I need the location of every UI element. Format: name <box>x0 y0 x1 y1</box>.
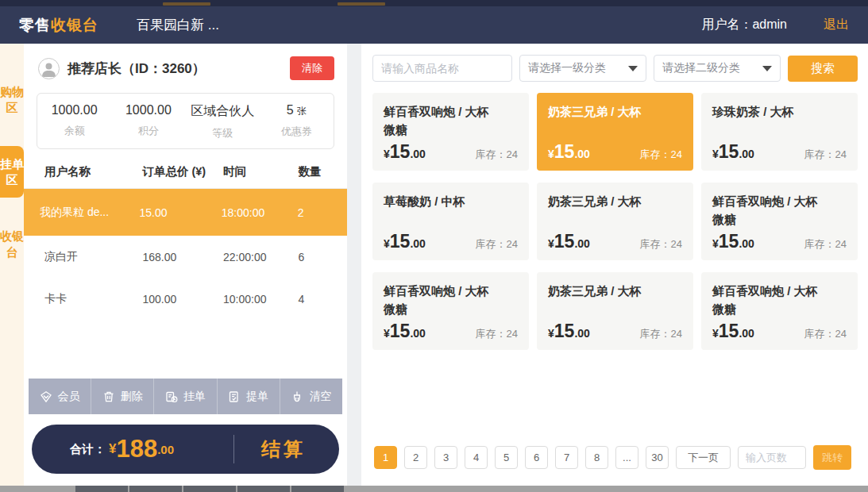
currency-symbol: ¥ <box>384 237 390 250</box>
username-label: 用户名：admin <box>701 17 787 33</box>
product-spec: 微糖 <box>384 121 518 138</box>
price: 15 <box>390 321 411 342</box>
page-button[interactable]: 30 <box>646 446 669 469</box>
table-row[interactable]: 卡卡 100.00 10:00:00 4 <box>24 278 347 320</box>
screen-edge-artifact <box>163 2 210 6</box>
stat-value: 1000.00 <box>37 103 111 117</box>
delete-button[interactable]: 删除 <box>91 379 153 414</box>
stock-info: 库存：24 <box>804 237 847 252</box>
product-name: 奶茶三兄弟 / 大杯 <box>548 192 682 211</box>
product-card[interactable]: 鲜百香双响炮 / 大杯 微糖 ¥15.00 库存：24 <box>701 183 858 260</box>
price-row: ¥15.00 库存：24 <box>548 321 682 342</box>
stock-info: 库存：24 <box>640 148 682 162</box>
logout-button[interactable]: 退出 <box>824 17 849 33</box>
page-button[interactable]: 4 <box>465 446 488 469</box>
stock-info: 库存：24 <box>640 327 682 341</box>
price-decimals: .00 <box>739 237 754 250</box>
chevron-down-icon <box>628 66 638 71</box>
stock-info: 库存：24 <box>476 148 518 162</box>
price-decimals: .00 <box>574 237 589 250</box>
currency-symbol: ¥ <box>548 148 554 160</box>
product-name: 鲜百香双响炮 / 大杯 <box>712 192 847 211</box>
member-name: 推荐店长（ID：3260） <box>68 60 206 78</box>
member-row: 推荐店长（ID：3260） 清除 <box>24 44 347 86</box>
currency-symbol: ¥ <box>712 148 719 160</box>
page-ellipsis[interactable]: ... <box>615 446 638 469</box>
page-number-input[interactable] <box>738 446 806 469</box>
stat-label: 余额 <box>37 124 111 138</box>
search-button[interactable]: 搜索 <box>788 56 858 82</box>
stat-value: 区域合伙人 <box>186 103 260 120</box>
currency-symbol: ¥ <box>384 148 390 160</box>
page-button[interactable]: 2 <box>404 446 427 469</box>
tab-held-orders-zone[interactable]: 挂单区 <box>0 146 24 198</box>
stat-value: 1000.00 <box>111 103 185 117</box>
brand-accent: 收银台 <box>51 17 98 33</box>
stat-value: 5 张 <box>260 103 334 118</box>
total-bar: 合计： ¥188.00 结算 <box>32 425 339 474</box>
product-card[interactable]: 奶茶三兄弟 / 大杯 ¥15.00 库存：24 <box>537 93 693 171</box>
product-card[interactable]: 鲜百香双响炮 / 大杯 微糖 ¥15.00 库存：24 <box>372 93 529 171</box>
page-button[interactable]: 8 <box>585 446 608 469</box>
cell-time: 10:00:00 <box>223 293 298 306</box>
clear-all-button[interactable]: 清空 <box>280 379 342 414</box>
product-search-input[interactable] <box>372 55 512 82</box>
product-name: 鲜百香双响炮 / 大杯 <box>384 282 518 301</box>
page-button[interactable]: 5 <box>495 446 518 469</box>
brand-primary: 零售 <box>19 17 51 33</box>
hold-order-button[interactable]: 挂单 <box>153 379 216 414</box>
broom-icon <box>291 390 303 403</box>
price-row: ¥15.00 库存：24 <box>384 141 518 163</box>
top-navbar: 零售收银台 百果园白新 ... 用户名：admin 退出 <box>0 6 868 44</box>
screen-top-artifact <box>0 0 868 6</box>
action-label: 提单 <box>246 390 268 404</box>
jump-button[interactable]: 跳转 <box>813 445 851 470</box>
main-area: 购物区 挂单区 收银台 推荐店长（ID：3260） 清除 1000.00 余额 … <box>0 44 868 486</box>
col-header-total: 订单总价 (¥) <box>142 164 223 179</box>
price-decimals: .00 <box>574 148 589 160</box>
category2-select[interactable]: 请选择二级分类 <box>654 55 781 82</box>
vip-icon <box>40 390 52 403</box>
product-spec: 微糖 <box>712 211 847 228</box>
order-panel: 推荐店长（ID：3260） 清除 1000.00 余额 1000.00 积分 区… <box>24 44 347 486</box>
product-card[interactable]: 鲜百香双响炮 / 大杯 微糖 ¥15.00 库存：24 <box>372 272 529 350</box>
product-card[interactable]: 奶茶三兄弟 / 大杯 ¥15.00 库存：24 <box>537 272 693 350</box>
col-header-user: 用户名称 <box>44 164 142 179</box>
price-row: ¥15.00 库存：24 <box>712 231 847 252</box>
price-decimals: .00 <box>739 327 754 340</box>
product-card[interactable]: 奶茶三兄弟 / 大杯 ¥15.00 库存：24 <box>537 183 693 260</box>
product-name: 鲜百香双响炮 / 大杯 <box>712 282 847 301</box>
member-button[interactable]: 会员 <box>29 379 91 414</box>
col-header-qty: 数量 <box>298 164 333 179</box>
clear-member-button[interactable]: 清除 <box>290 56 334 80</box>
table-row[interactable]: 我的果粒 de... 15.00 18:00:00 2 <box>24 189 347 236</box>
chevron-down-icon <box>762 66 772 71</box>
page-button[interactable]: 3 <box>434 446 457 469</box>
stat-label: 积分 <box>111 124 185 138</box>
pick-order-button[interactable]: 提单 <box>217 379 280 414</box>
store-name[interactable]: 百果园白新 ... <box>137 16 219 34</box>
table-row[interactable]: 凉白开 168.00 22:00:00 6 <box>24 236 347 278</box>
cell-qty: 6 <box>298 251 333 263</box>
price: 15 <box>719 141 739 163</box>
next-page-button[interactable]: 下一页 <box>676 446 731 469</box>
page-button[interactable]: 6 <box>525 446 548 469</box>
app-brand: 零售收银台 <box>19 15 98 36</box>
product-card[interactable]: 草莓酸奶 / 中杯 ¥15.00 库存：24 <box>372 183 529 260</box>
page-button[interactable]: 1 <box>374 446 397 469</box>
product-card[interactable]: 珍珠奶茶 / 大杯 ¥15.00 库存：24 <box>701 93 858 171</box>
cell-time: 18:00:00 <box>222 206 298 219</box>
tab-cashier-zone[interactable]: 收银台 <box>0 218 24 270</box>
stat-points: 1000.00 积分 <box>111 103 185 140</box>
stat-label: 等级 <box>186 126 260 140</box>
tab-shopping-zone[interactable]: 购物区 <box>0 74 24 125</box>
product-card[interactable]: 鲜百香双响炮 / 大杯 微糖 ¥15.00 库存：24 <box>701 272 858 350</box>
price: 15 <box>719 231 739 252</box>
category1-select[interactable]: 请选择一级分类 <box>519 55 646 82</box>
checkout-button[interactable]: 结算 <box>234 436 333 462</box>
select-placeholder: 请选择二级分类 <box>662 61 740 75</box>
taskbar-segment <box>129 486 182 492</box>
price-row: ¥15.00 库存：24 <box>548 231 682 252</box>
page-button[interactable]: 7 <box>555 446 578 469</box>
avatar <box>38 58 60 79</box>
